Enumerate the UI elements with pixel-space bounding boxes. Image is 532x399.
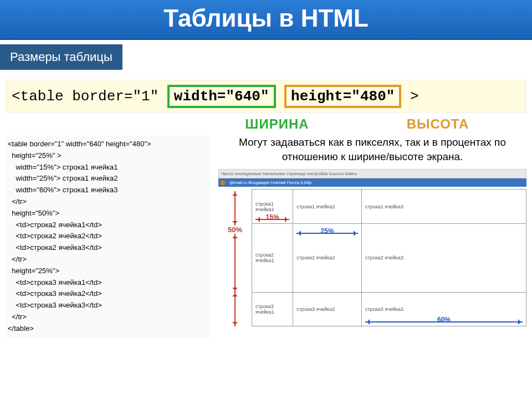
cell-r3c1: строка3 ячейка1 [252,292,293,326]
cell-r3c2: строка3 ячейка2 [293,292,362,326]
syntax-suffix: > [401,88,418,105]
code-listing: <table border="1" width="640" height="48… [6,135,211,338]
width-arrow-60: 60% [365,316,523,324]
code-line: <td>строка2 ячейка1</td> [8,219,208,231]
code-line: <td>строка2 ячейка2</td> [8,231,208,242]
cell-r2c3: строка2 ячейка3 [362,224,526,293]
section-subtitle: Размеры таблицы [0,44,122,70]
slide-title: Таблицы в HTML [0,0,532,40]
syntax-gap [276,88,285,105]
toolbar-text: Часто посещаемые Начальная страница наст… [221,171,357,176]
cell-r3c3: строка3 ячейка3 60% [362,292,526,326]
code-line: </tr> [8,311,208,323]
code-line: </tr> [8,196,208,208]
width-label: ШИРИНА [205,116,349,132]
code-line: </table> [8,323,208,335]
description-text: Могут задаваться как в пикселях, так и в… [218,135,526,163]
code-line: height="50%"> [8,208,208,219]
row-height-labels: 50% [218,189,252,326]
browser-linkbar: @mail.ru Входящие Hotmail Почта 0,00р [218,178,526,187]
cell-r1c3: строка1 ячейка3 [362,190,526,224]
code-line: height="25%" > [8,150,208,162]
width-arrow-25: 25% [296,227,358,235]
rendered-table: строка1 ячейка1 15% строка1 ячейка2 стро… [252,189,526,326]
code-line: <td>строка3 ячейка1</td> [8,277,208,289]
code-line: width="15%"> строка1 ячейка1 [8,162,208,173]
height-label: ВЫСОТА [349,116,526,132]
browser-toolbar: Часто посещаемые Начальная страница наст… [218,169,526,178]
code-line: <table border="1" width="640" height="48… [8,139,208,150]
height-attribute-box: height="480" [284,85,401,108]
code-line: width="60%"> строка1 ячейка3 [8,185,208,196]
syntax-example: <table border="1" width="640" height="48… [6,80,526,113]
syntax-prefix: <table border="1" [12,88,167,105]
linkbar-text: @mail.ru Входящие Hotmail Почта 0,00р [229,180,311,185]
code-line: height="25%"> [8,265,208,277]
cell-r1c1: строка1 ячейка1 15% [252,190,293,224]
code-line: </tr> [8,254,208,265]
width-attribute-box: width="640" [167,85,276,108]
width-arrow-15: 15% [255,213,289,221]
cell-r1c2: строка1 ячейка2 [293,190,362,224]
cell-r2c2: строка2 ячейка2 25% [293,224,362,293]
attribute-labels: ШИРИНА ВЫСОТА [6,116,526,132]
code-line: <td>строка3 ячейка3</td> [8,300,208,311]
code-line: <td>строка2 ячейка3</td> [8,242,208,254]
cell-r2c1: строка2 ячейка1 [252,224,293,293]
code-line: <td>строка3 ячейка2</td> [8,288,208,300]
code-line: width="25%"> строка1 ячейка2 [8,173,208,185]
mail-icon [221,181,225,185]
